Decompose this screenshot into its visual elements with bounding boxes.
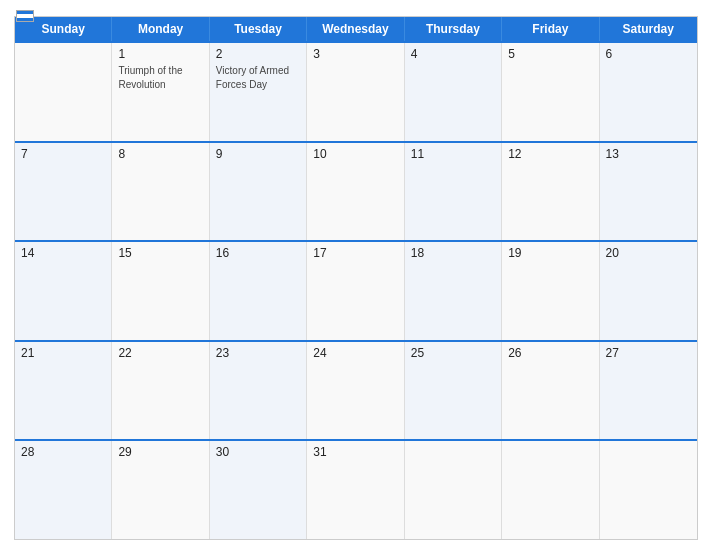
day-number: 19 [508,246,592,260]
calendar-cell: 5 [502,43,599,141]
calendar-cell: 22 [112,342,209,440]
calendar-cell: 21 [15,342,112,440]
calendar-cell: 7 [15,143,112,241]
calendar-cell: 20 [600,242,697,340]
calendar-cell [502,441,599,539]
calendar-cell: 6 [600,43,697,141]
calendar-cell: 27 [600,342,697,440]
day-number: 2 [216,47,300,61]
day-number: 29 [118,445,202,459]
day-number: 31 [313,445,397,459]
day-number: 28 [21,445,105,459]
day-number: 15 [118,246,202,260]
calendar-cell: 9 [210,143,307,241]
day-number: 4 [411,47,495,61]
day-number: 26 [508,346,592,360]
calendar-cell: 8 [112,143,209,241]
calendar-cell: 4 [405,43,502,141]
day-number: 9 [216,147,300,161]
day-number: 11 [411,147,495,161]
day-number: 1 [118,47,202,61]
weekday-header-monday: Monday [112,17,209,41]
calendar-cell [600,441,697,539]
calendar-week-3: 14151617181920 [15,240,697,340]
calendar-week-2: 78910111213 [15,141,697,241]
logo-flag-icon [16,10,34,22]
weekday-header-friday: Friday [502,17,599,41]
calendar-week-5: 28293031 [15,439,697,539]
calendar-cell: 10 [307,143,404,241]
day-number: 22 [118,346,202,360]
calendar-cell [405,441,502,539]
calendar-cell [15,43,112,141]
calendar-weekday-header: SundayMondayTuesdayWednesdayThursdayFrid… [15,17,697,41]
calendar-grid: SundayMondayTuesdayWednesdayThursdayFrid… [14,16,698,540]
day-number: 13 [606,147,691,161]
day-number: 16 [216,246,300,260]
day-number: 14 [21,246,105,260]
calendar-cell: 17 [307,242,404,340]
calendar-cell: 30 [210,441,307,539]
logo [14,10,34,22]
day-number: 23 [216,346,300,360]
day-number: 5 [508,47,592,61]
calendar-body: 1Triumph of the Revolution2Victory of Ar… [15,41,697,539]
day-number: 17 [313,246,397,260]
weekday-header-tuesday: Tuesday [210,17,307,41]
calendar-page: SundayMondayTuesdayWednesdayThursdayFrid… [0,0,712,550]
day-number: 12 [508,147,592,161]
holiday-label: Victory of Armed Forces Day [216,65,289,90]
calendar-cell: 3 [307,43,404,141]
calendar-cell: 15 [112,242,209,340]
calendar-cell: 12 [502,143,599,241]
day-number: 8 [118,147,202,161]
calendar-cell: 24 [307,342,404,440]
day-number: 7 [21,147,105,161]
calendar-cell: 14 [15,242,112,340]
calendar-cell: 31 [307,441,404,539]
day-number: 21 [21,346,105,360]
day-number: 20 [606,246,691,260]
day-number: 30 [216,445,300,459]
calendar-cell: 26 [502,342,599,440]
calendar-week-4: 21222324252627 [15,340,697,440]
calendar-cell: 1Triumph of the Revolution [112,43,209,141]
day-number: 24 [313,346,397,360]
calendar-week-1: 1Triumph of the Revolution2Victory of Ar… [15,41,697,141]
calendar-cell: 13 [600,143,697,241]
day-number: 6 [606,47,691,61]
holiday-label: Triumph of the Revolution [118,65,182,90]
calendar-cell: 16 [210,242,307,340]
day-number: 27 [606,346,691,360]
calendar-cell: 28 [15,441,112,539]
calendar-cell: 19 [502,242,599,340]
weekday-header-wednesday: Wednesday [307,17,404,41]
calendar-cell: 11 [405,143,502,241]
calendar-cell: 2Victory of Armed Forces Day [210,43,307,141]
day-number: 10 [313,147,397,161]
calendar-cell: 25 [405,342,502,440]
day-number: 25 [411,346,495,360]
calendar-cell: 23 [210,342,307,440]
weekday-header-thursday: Thursday [405,17,502,41]
day-number: 3 [313,47,397,61]
day-number: 18 [411,246,495,260]
calendar-cell: 18 [405,242,502,340]
calendar-cell: 29 [112,441,209,539]
weekday-header-saturday: Saturday [600,17,697,41]
